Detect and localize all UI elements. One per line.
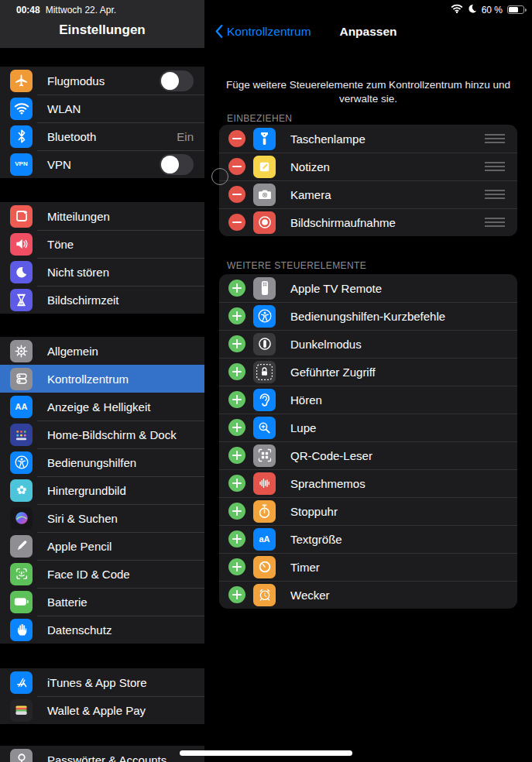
sidebar-item-bedienungshilfen[interactable]: Bedienungshilfen [0, 448, 204, 476]
vpn-icon: VPN [10, 153, 33, 176]
pencil-icon [10, 535, 33, 558]
dark-mode-icon [253, 333, 276, 355]
drag-handle-icon[interactable] [485, 162, 505, 171]
list-item-qr-code-leser[interactable]: QR-Code-Leser [219, 441, 517, 469]
home-indicator[interactable] [180, 750, 352, 756]
sidebar-item-label: Hintergrundbild [47, 484, 194, 497]
drag-handle-icon[interactable] [485, 190, 505, 199]
sidebar-item-face-id-code[interactable]: Face ID & Code [0, 560, 204, 588]
sidebar-item-label: iTunes & App Store [47, 676, 194, 689]
list-item-lupe[interactable]: Lupe [219, 414, 517, 441]
sidebar-item-toene[interactable]: Töne [0, 230, 204, 258]
cursor-circle [211, 168, 228, 185]
list-item-sprachmemos[interactable]: Sprachmemos [219, 469, 517, 497]
sidebar-item-label: Mitteilungen [47, 210, 194, 223]
battery-fill [509, 7, 518, 12]
add-button[interactable] [228, 419, 245, 436]
control-center-icon [10, 368, 33, 390]
notifications-icon [10, 205, 33, 228]
list-item-textgroesse[interactable]: aA Textgröße [219, 525, 517, 553]
wifi-icon [451, 4, 463, 15]
more-controls-card: Apple TV Remote Bedienungshilfen-Kurzbef… [219, 274, 517, 609]
list-item-label: Sprachmemos [290, 477, 505, 490]
list-item-label: Textgröße [290, 533, 505, 546]
gear-icon [10, 340, 33, 362]
accessibility-icon [10, 451, 33, 474]
sidebar-item-wlan[interactable]: WLAN [0, 94, 204, 122]
list-item-timer[interactable]: Timer [219, 553, 517, 581]
vpn-toggle[interactable] [160, 154, 194, 175]
sidebar-item-label: Allgemein [47, 345, 194, 358]
remove-button[interactable] [228, 186, 245, 203]
sidebar-item-label: Siri & Suchen [47, 512, 194, 525]
remove-button[interactable] [228, 130, 245, 147]
list-item-stoppuhr[interactable]: Stoppuhr [219, 497, 517, 525]
statusbar-right: 60 % [451, 4, 524, 15]
list-item-label: Bildschirmaufnahme [290, 216, 485, 229]
sidebar-item-bildschirmzeit[interactable]: Bildschirmzeit [0, 286, 204, 314]
sidebar-item-batterie[interactable]: Batterie [0, 588, 204, 616]
list-item-notizen[interactable]: Notizen [219, 153, 517, 180]
sidebar-item-vpn[interactable]: VPN VPN [0, 150, 204, 178]
flugmodus-toggle[interactable] [160, 70, 194, 91]
sidebar-item-label: Batterie [47, 596, 194, 609]
magnifier-icon [253, 417, 276, 439]
sidebar-item-bluetooth[interactable]: Bluetooth Ein [0, 122, 204, 150]
drag-handle-icon[interactable] [485, 218, 505, 227]
list-item-bildschirmaufnahme[interactable]: Bildschirmaufnahme [219, 208, 517, 236]
add-button[interactable] [228, 530, 245, 547]
add-button[interactable] [228, 447, 245, 464]
airplane-icon [10, 70, 33, 92]
add-button[interactable] [228, 363, 245, 380]
list-item-kamera[interactable]: Kamera [219, 180, 517, 208]
list-item-wecker[interactable]: Wecker [219, 581, 517, 609]
sidebar-item-flugmodus[interactable]: Flugmodus [0, 67, 204, 94]
remove-button[interactable] [228, 214, 245, 231]
sidebar-item-wallet-apple-pay[interactable]: Wallet & Apple Pay [0, 696, 204, 724]
add-button[interactable] [228, 307, 245, 324]
list-item-gefuehrter-zugriff[interactable]: Geführter Zugriff [219, 358, 517, 386]
list-item-label: Apple TV Remote [290, 282, 505, 295]
add-button[interactable] [228, 475, 245, 492]
add-button[interactable] [228, 280, 245, 297]
sidebar-item-siri-suchen[interactable]: Siri & Suchen [0, 504, 204, 532]
guided-access-lock-icon [253, 361, 276, 383]
sidebar-item-hintergrundbild[interactable]: Hintergrundbild [0, 476, 204, 504]
sidebar-item-datenschutz[interactable]: Datenschutz [0, 616, 204, 644]
list-item-label: Taschenlampe [290, 132, 485, 146]
sidebar-title: Einstellungen [0, 22, 204, 38]
sidebar-item-allgemein[interactable]: Allgemein [0, 337, 204, 365]
face-id-icon [10, 563, 33, 585]
add-button[interactable] [228, 391, 245, 408]
tv-remote-icon [253, 277, 276, 300]
list-item-label: Lupe [290, 421, 505, 434]
add-button[interactable] [228, 586, 245, 603]
display-icon: AA [10, 396, 33, 418]
sidebar-item-nicht-stoeren[interactable]: Nicht stören [0, 258, 204, 286]
bluetooth-status: Ein [177, 130, 194, 143]
list-item-bedienungshilfen-kurzbefehle[interactable]: Bedienungshilfen-Kurzbefehle [219, 302, 517, 330]
sidebar-item-apple-pencil[interactable]: Apple Pencil [0, 532, 204, 560]
add-button[interactable] [228, 558, 245, 575]
list-item-taschenlampe[interactable]: Taschenlampe [219, 125, 517, 153]
list-item-label: QR-Code-Leser [290, 449, 505, 462]
sidebar-item-itunes-app-store[interactable]: iTunes & App Store [0, 668, 204, 696]
vpn-icon-text: VPN [15, 161, 27, 167]
list-item-apple-tv-remote[interactable]: Apple TV Remote [219, 274, 517, 302]
sidebar-item-anzeige-helligkeit[interactable]: AA Anzeige & Helligkeit [0, 393, 204, 420]
battery-percent: 60 % [482, 5, 503, 15]
flashlight-icon [253, 128, 276, 150]
remove-button[interactable] [228, 158, 245, 175]
sidebar-item-passwoerter-accounts[interactable]: Passwörter & Accounts [0, 746, 204, 762]
drag-handle-icon[interactable] [485, 134, 505, 143]
sidebar-item-mitteilungen[interactable]: Mitteilungen [0, 202, 204, 230]
customize-pane: 60 % Kontrollzentrum Anpassen Füge weite… [204, 0, 532, 762]
list-item-dunkelmodus[interactable]: Dunkelmodus [219, 330, 517, 358]
sidebar-group-notifications: Mitteilungen Töne Nicht stören Bildschir… [0, 202, 204, 314]
add-button[interactable] [228, 335, 245, 352]
add-button[interactable] [228, 503, 245, 520]
alarm-clock-icon [253, 584, 276, 606]
list-item-hoeren[interactable]: Hören [219, 386, 517, 414]
sidebar-item-home-bildschirm-dock[interactable]: Home-Bildschirm & Dock [0, 420, 204, 448]
sidebar-item-kontrollzentrum[interactable]: Kontrollzentrum [0, 365, 204, 393]
